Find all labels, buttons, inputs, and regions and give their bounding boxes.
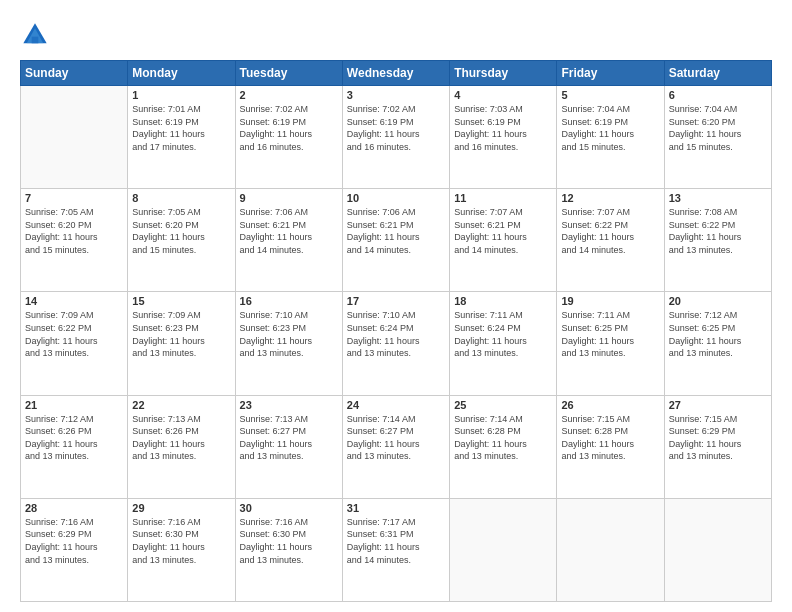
day-cell	[450, 498, 557, 601]
day-number: 15	[132, 295, 230, 307]
day-cell: 29Sunrise: 7:16 AMSunset: 6:30 PMDayligh…	[128, 498, 235, 601]
logo-icon	[20, 20, 50, 50]
weekday-header-wednesday: Wednesday	[342, 61, 449, 86]
day-number: 21	[25, 399, 123, 411]
calendar-table: SundayMondayTuesdayWednesdayThursdayFrid…	[20, 60, 772, 602]
day-cell: 18Sunrise: 7:11 AMSunset: 6:24 PMDayligh…	[450, 292, 557, 395]
day-number: 25	[454, 399, 552, 411]
weekday-header-thursday: Thursday	[450, 61, 557, 86]
day-info: Sunrise: 7:10 AMSunset: 6:24 PMDaylight:…	[347, 309, 445, 359]
day-cell: 17Sunrise: 7:10 AMSunset: 6:24 PMDayligh…	[342, 292, 449, 395]
day-cell: 6Sunrise: 7:04 AMSunset: 6:20 PMDaylight…	[664, 86, 771, 189]
day-number: 3	[347, 89, 445, 101]
weekday-header-row: SundayMondayTuesdayWednesdayThursdayFrid…	[21, 61, 772, 86]
day-info: Sunrise: 7:02 AMSunset: 6:19 PMDaylight:…	[347, 103, 445, 153]
day-number: 24	[347, 399, 445, 411]
day-info: Sunrise: 7:07 AMSunset: 6:21 PMDaylight:…	[454, 206, 552, 256]
day-number: 1	[132, 89, 230, 101]
day-number: 28	[25, 502, 123, 514]
day-info: Sunrise: 7:03 AMSunset: 6:19 PMDaylight:…	[454, 103, 552, 153]
day-number: 18	[454, 295, 552, 307]
day-cell: 7Sunrise: 7:05 AMSunset: 6:20 PMDaylight…	[21, 189, 128, 292]
day-number: 7	[25, 192, 123, 204]
day-number: 8	[132, 192, 230, 204]
day-info: Sunrise: 7:09 AMSunset: 6:22 PMDaylight:…	[25, 309, 123, 359]
day-number: 12	[561, 192, 659, 204]
logo	[20, 20, 54, 50]
day-info: Sunrise: 7:11 AMSunset: 6:25 PMDaylight:…	[561, 309, 659, 359]
day-info: Sunrise: 7:04 AMSunset: 6:19 PMDaylight:…	[561, 103, 659, 153]
day-info: Sunrise: 7:13 AMSunset: 6:27 PMDaylight:…	[240, 413, 338, 463]
day-cell: 5Sunrise: 7:04 AMSunset: 6:19 PMDaylight…	[557, 86, 664, 189]
day-info: Sunrise: 7:08 AMSunset: 6:22 PMDaylight:…	[669, 206, 767, 256]
header	[20, 20, 772, 50]
day-cell: 8Sunrise: 7:05 AMSunset: 6:20 PMDaylight…	[128, 189, 235, 292]
day-cell: 31Sunrise: 7:17 AMSunset: 6:31 PMDayligh…	[342, 498, 449, 601]
day-number: 2	[240, 89, 338, 101]
day-number: 6	[669, 89, 767, 101]
weekday-header-monday: Monday	[128, 61, 235, 86]
day-info: Sunrise: 7:05 AMSunset: 6:20 PMDaylight:…	[25, 206, 123, 256]
day-info: Sunrise: 7:15 AMSunset: 6:29 PMDaylight:…	[669, 413, 767, 463]
day-info: Sunrise: 7:13 AMSunset: 6:26 PMDaylight:…	[132, 413, 230, 463]
weekday-header-sunday: Sunday	[21, 61, 128, 86]
day-info: Sunrise: 7:06 AMSunset: 6:21 PMDaylight:…	[347, 206, 445, 256]
day-cell: 20Sunrise: 7:12 AMSunset: 6:25 PMDayligh…	[664, 292, 771, 395]
day-info: Sunrise: 7:14 AMSunset: 6:27 PMDaylight:…	[347, 413, 445, 463]
day-number: 4	[454, 89, 552, 101]
day-info: Sunrise: 7:16 AMSunset: 6:30 PMDaylight:…	[132, 516, 230, 566]
day-info: Sunrise: 7:16 AMSunset: 6:29 PMDaylight:…	[25, 516, 123, 566]
day-info: Sunrise: 7:17 AMSunset: 6:31 PMDaylight:…	[347, 516, 445, 566]
day-cell: 2Sunrise: 7:02 AMSunset: 6:19 PMDaylight…	[235, 86, 342, 189]
day-number: 30	[240, 502, 338, 514]
week-row-3: 14Sunrise: 7:09 AMSunset: 6:22 PMDayligh…	[21, 292, 772, 395]
day-info: Sunrise: 7:02 AMSunset: 6:19 PMDaylight:…	[240, 103, 338, 153]
day-number: 29	[132, 502, 230, 514]
day-number: 16	[240, 295, 338, 307]
day-cell: 25Sunrise: 7:14 AMSunset: 6:28 PMDayligh…	[450, 395, 557, 498]
day-cell: 28Sunrise: 7:16 AMSunset: 6:29 PMDayligh…	[21, 498, 128, 601]
svg-rect-2	[32, 37, 39, 44]
day-number: 10	[347, 192, 445, 204]
day-number: 11	[454, 192, 552, 204]
day-cell: 14Sunrise: 7:09 AMSunset: 6:22 PMDayligh…	[21, 292, 128, 395]
day-number: 20	[669, 295, 767, 307]
day-cell: 26Sunrise: 7:15 AMSunset: 6:28 PMDayligh…	[557, 395, 664, 498]
weekday-header-tuesday: Tuesday	[235, 61, 342, 86]
day-cell: 19Sunrise: 7:11 AMSunset: 6:25 PMDayligh…	[557, 292, 664, 395]
day-cell: 15Sunrise: 7:09 AMSunset: 6:23 PMDayligh…	[128, 292, 235, 395]
day-cell: 3Sunrise: 7:02 AMSunset: 6:19 PMDaylight…	[342, 86, 449, 189]
day-info: Sunrise: 7:04 AMSunset: 6:20 PMDaylight:…	[669, 103, 767, 153]
day-cell: 12Sunrise: 7:07 AMSunset: 6:22 PMDayligh…	[557, 189, 664, 292]
day-number: 23	[240, 399, 338, 411]
day-cell: 9Sunrise: 7:06 AMSunset: 6:21 PMDaylight…	[235, 189, 342, 292]
day-number: 31	[347, 502, 445, 514]
day-info: Sunrise: 7:12 AMSunset: 6:25 PMDaylight:…	[669, 309, 767, 359]
day-number: 26	[561, 399, 659, 411]
day-number: 17	[347, 295, 445, 307]
weekday-header-friday: Friday	[557, 61, 664, 86]
page: SundayMondayTuesdayWednesdayThursdayFrid…	[0, 0, 792, 612]
day-info: Sunrise: 7:15 AMSunset: 6:28 PMDaylight:…	[561, 413, 659, 463]
day-cell	[557, 498, 664, 601]
day-cell: 22Sunrise: 7:13 AMSunset: 6:26 PMDayligh…	[128, 395, 235, 498]
day-number: 5	[561, 89, 659, 101]
day-cell	[664, 498, 771, 601]
day-info: Sunrise: 7:05 AMSunset: 6:20 PMDaylight:…	[132, 206, 230, 256]
day-cell: 21Sunrise: 7:12 AMSunset: 6:26 PMDayligh…	[21, 395, 128, 498]
day-cell: 10Sunrise: 7:06 AMSunset: 6:21 PMDayligh…	[342, 189, 449, 292]
day-info: Sunrise: 7:14 AMSunset: 6:28 PMDaylight:…	[454, 413, 552, 463]
day-cell: 16Sunrise: 7:10 AMSunset: 6:23 PMDayligh…	[235, 292, 342, 395]
weekday-header-saturday: Saturday	[664, 61, 771, 86]
day-cell	[21, 86, 128, 189]
day-cell: 24Sunrise: 7:14 AMSunset: 6:27 PMDayligh…	[342, 395, 449, 498]
week-row-2: 7Sunrise: 7:05 AMSunset: 6:20 PMDaylight…	[21, 189, 772, 292]
day-number: 9	[240, 192, 338, 204]
day-cell: 11Sunrise: 7:07 AMSunset: 6:21 PMDayligh…	[450, 189, 557, 292]
day-cell: 30Sunrise: 7:16 AMSunset: 6:30 PMDayligh…	[235, 498, 342, 601]
day-info: Sunrise: 7:12 AMSunset: 6:26 PMDaylight:…	[25, 413, 123, 463]
day-number: 27	[669, 399, 767, 411]
day-cell: 27Sunrise: 7:15 AMSunset: 6:29 PMDayligh…	[664, 395, 771, 498]
day-info: Sunrise: 7:09 AMSunset: 6:23 PMDaylight:…	[132, 309, 230, 359]
week-row-1: 1Sunrise: 7:01 AMSunset: 6:19 PMDaylight…	[21, 86, 772, 189]
